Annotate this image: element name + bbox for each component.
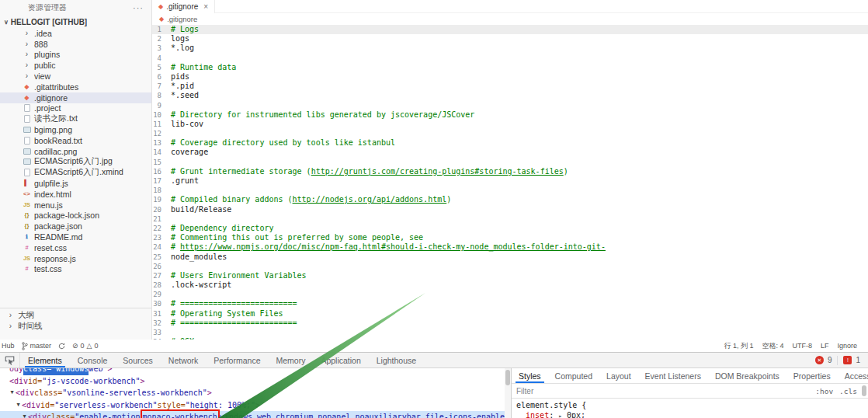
expand-arrow-icon[interactable]: ▼ <box>15 399 22 412</box>
devtools-tab-network[interactable]: Network <box>161 353 207 367</box>
explorer-more-actions-button[interactable]: ··· <box>133 3 144 12</box>
class-toggle[interactable]: .cls <box>839 387 857 395</box>
expand-arrow-icon[interactable]: ▼ <box>21 411 28 418</box>
file-tree-item[interactable]: ›plugins <box>0 50 151 61</box>
styles-scrollbar[interactable] <box>862 385 868 396</box>
branch-indicator[interactable]: master <box>22 342 52 350</box>
issues-count[interactable]: 1 <box>856 356 860 364</box>
code-line[interactable]: 8*.seed <box>152 91 868 100</box>
styles-tab-layout[interactable]: Layout <box>599 368 638 383</box>
file-tree-item[interactable]: ›public <box>0 60 151 71</box>
code-line[interactable]: 26 <box>152 262 868 271</box>
code-line[interactable]: 30# ========================= <box>152 299 868 308</box>
devtools-tab-sources[interactable]: Sources <box>115 353 161 367</box>
styles-tab-computed[interactable]: Computed <box>548 368 599 383</box>
file-tree-item[interactable]: bookRead.txt <box>0 135 151 146</box>
expand-shorthand-icon[interactable]: ▸ <box>558 413 562 418</box>
file-tree-item[interactable]: JSresponse.js <box>0 253 151 264</box>
code-line[interactable]: 14coverage <box>152 148 868 157</box>
code-line[interactable]: 27# Users Environment Variables <box>152 271 868 280</box>
statusbar-item[interactable]: LF <box>821 342 829 350</box>
code-line[interactable]: 2logs <box>152 34 868 44</box>
statusbar-item[interactable]: 行 1, 列 1 <box>724 341 753 351</box>
file-tree-item[interactable]: JSmenu.js <box>0 200 151 211</box>
code-line[interactable]: 1# Logs <box>152 25 868 34</box>
sidebar-section-时间线[interactable]: ›时间线 <box>0 321 151 332</box>
breadcrumb[interactable]: ◆ .gitignore <box>152 13 868 24</box>
code-line[interactable]: 13# Coverage directory used by tools lik… <box>152 138 868 148</box>
styles-tab-properties[interactable]: Properties <box>786 368 838 383</box>
file-tree-item[interactable]: #test.css <box>0 264 151 275</box>
code-line[interactable]: 31# Operating System Files <box>152 309 868 319</box>
code-line[interactable]: 21 <box>152 214 868 224</box>
code-line[interactable]: 33 <box>152 328 868 337</box>
file-tree-item[interactable]: #reset.css <box>0 242 151 253</box>
dom-tree-node[interactable]: ody class="windows web"> <box>0 368 511 375</box>
explorer-root-section[interactable]: ∨ HELLOGIT [GITHUB] <box>0 16 151 28</box>
code-line[interactable]: 10# Directory for instrumented libs gene… <box>152 110 868 120</box>
devtools-tab-memory[interactable]: Memory <box>268 353 313 367</box>
console-error-icon[interactable]: ✕ <box>815 356 824 364</box>
css-property-value[interactable]: 0px; <box>567 411 585 418</box>
devtools-tab-elements[interactable]: Elements <box>20 353 70 367</box>
statusbar-item[interactable]: Ignore <box>837 342 857 350</box>
file-tree-item[interactable]: ›.idea <box>0 28 151 39</box>
code-line[interactable]: 17.grunt <box>152 176 868 186</box>
code-editor[interactable]: 1# Logs2logs3*.log45# Runtime data6pids7… <box>152 24 868 340</box>
styles-tab-accessibility[interactable]: Accessibility <box>838 368 868 383</box>
elements-scrollbar[interactable] <box>505 368 511 418</box>
code-line[interactable]: 19# Compiled binary addons (http://nodej… <box>152 195 868 204</box>
devtools-tab-console[interactable]: Console <box>70 353 116 367</box>
code-line[interactable]: 7*.pid <box>152 82 868 91</box>
file-tree-item[interactable]: ◆.gitattributes <box>0 82 151 92</box>
file-tree-item[interactable]: ›888 <box>0 39 151 50</box>
file-tree-item[interactable]: ◆.gitignore <box>0 92 151 103</box>
console-error-count[interactable]: 9 <box>828 356 832 364</box>
code-line[interactable]: 16# Grunt intermediate storage (http://g… <box>152 167 868 176</box>
code-line[interactable]: 4 <box>152 54 868 63</box>
code-line[interactable]: 32# ========================= <box>152 319 868 328</box>
css-property-name[interactable]: inset <box>526 411 549 418</box>
code-line[interactable]: 18 <box>152 186 868 195</box>
dom-tree-node[interactable]: ▼<div id="serverless-workbench" style="h… <box>0 399 511 412</box>
styles-filter-input[interactable] <box>516 387 625 395</box>
remote-indicator[interactable]: Hub <box>2 342 15 350</box>
code-line[interactable]: 29 <box>152 290 868 299</box>
issues-icon[interactable]: ! <box>843 356 852 364</box>
file-tree-item[interactable]: cadillac.png <box>0 146 151 157</box>
file-tree-item[interactable]: ›view <box>0 71 151 82</box>
styles-tab-styles[interactable]: Styles <box>512 368 548 383</box>
code-line[interactable]: 12 <box>152 129 868 138</box>
styles-tab-dom-breakpoints[interactable]: DOM Breakpoints <box>708 368 786 383</box>
code-line[interactable]: 3*.log <box>152 44 868 53</box>
code-line[interactable]: 6pids <box>152 72 868 82</box>
file-tree-item[interactable]: {}package-lock.json <box>0 211 151 221</box>
file-tree-item[interactable]: ECMAScript6入门.jpg <box>0 157 151 168</box>
code-line[interactable]: 22# Dependency directory <box>152 224 868 233</box>
file-tree-item[interactable]: .project <box>0 103 151 114</box>
pseudo-state-toggle[interactable]: :hov <box>815 387 833 395</box>
code-line[interactable]: 9 <box>152 101 868 110</box>
file-tree-item[interactable]: {}package.json <box>0 221 151 232</box>
file-tree-item[interactable]: ▍gulpfile.js <box>0 178 151 189</box>
element-style-rule[interactable]: element.style { inset: ▸ 0px; <box>512 399 868 418</box>
styles-tab-event-listeners[interactable]: Event Listeners <box>638 368 708 383</box>
sync-button[interactable] <box>58 343 65 350</box>
dom-tree-node[interactable]: ▼<div class="vsonline-serverless-workben… <box>0 387 511 399</box>
code-line[interactable]: 20build/Release <box>152 205 868 214</box>
file-tree-item[interactable]: ECMAScript6入门.xmind <box>0 167 151 178</box>
code-line[interactable]: 11lib-cov <box>152 120 868 129</box>
statusbar-item[interactable]: 空格: 4 <box>762 341 783 351</box>
code-line[interactable]: 5# Runtime data <box>152 63 868 72</box>
statusbar-item[interactable]: UTF-8 <box>792 342 812 350</box>
devtools-tab-application[interactable]: Application <box>313 353 368 367</box>
file-tree-item[interactable]: ℹREADME.md <box>0 232 151 242</box>
file-tree-item[interactable]: bgimg.png <box>0 124 151 135</box>
code-line[interactable]: 23# Commenting this out is preferred by … <box>152 233 868 242</box>
inspect-element-button[interactable] <box>0 353 20 367</box>
code-line[interactable]: 15 <box>152 158 868 167</box>
devtools-tab-performance[interactable]: Performance <box>206 353 268 367</box>
code-line[interactable]: 24# https://www.npmjs.org/doc/misc/npm-f… <box>152 242 868 252</box>
dom-tree-node[interactable]: <div id="js-vscode-workbench"> <box>0 375 511 388</box>
tab-gitignore[interactable]: ◆ .gitignore × <box>152 0 215 13</box>
